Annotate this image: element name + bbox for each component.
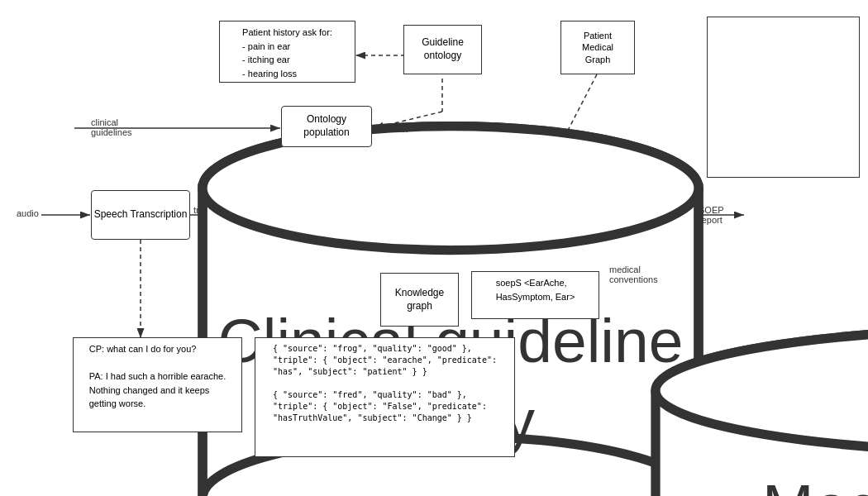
medical-convention-library: Medical convention guideline library [594, 298, 701, 364]
svg-point-35 [203, 126, 699, 250]
patient-history-box: Patient history ask for:- pain in ear- i… [219, 21, 355, 83]
ontology-population-box: Ontologypopulation [281, 106, 372, 147]
graph-visualization-box: observation-1 obsValue obsSymp 7/10 hasV… [707, 17, 860, 178]
knowledge-graph-box: Knowledgegraph [380, 273, 459, 327]
conversation-box: CP: what can I do for you?PA: I had such… [73, 337, 242, 432]
json-code-box: { "source": "frog", "quality": "good" },… [255, 337, 515, 457]
ontology-label: ontology [376, 122, 411, 132]
medical-conventions-label: medicalconventions [609, 265, 658, 284]
clinical-guidelines-label: clinicalguidelines [91, 117, 132, 137]
soep-content-box: soepS <EarAche,HasSymptom, Ear> [471, 271, 599, 319]
patient-medical-graph-box: PatientMedicalGraph [560, 21, 635, 74]
guideline-ontology-box: Guidelineontology [403, 25, 482, 74]
clinical-guideline-library: Clinical guideline library [17, 95, 91, 161]
diagram-container: audio Speech Transcription transcription… [0, 0, 868, 496]
